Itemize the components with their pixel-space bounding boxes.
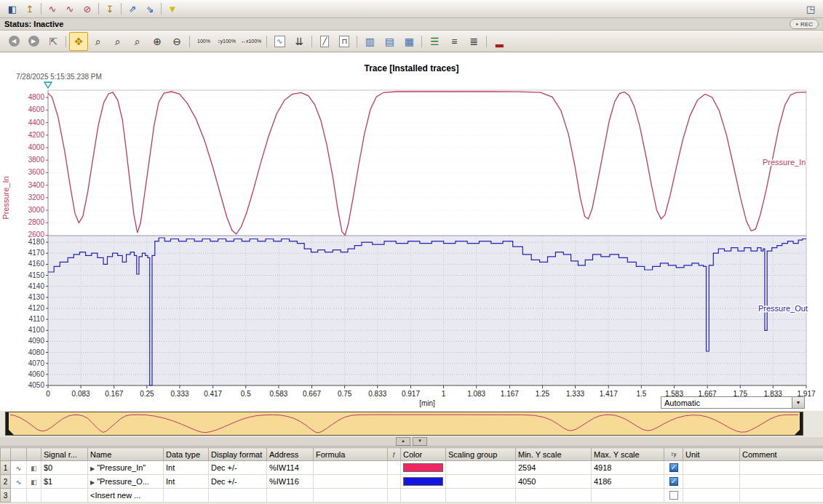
zoom-vertical-icon[interactable]: ⌕ xyxy=(128,32,147,51)
save-measurement-icon[interactable]: ↧ xyxy=(101,1,119,17)
forward-icon[interactable]: ▶ xyxy=(24,32,43,51)
back-icon[interactable]: ◀ xyxy=(4,32,23,51)
zoom-out-icon[interactable]: ⊖ xyxy=(167,32,186,51)
undock-icon[interactable]: ⇱ xyxy=(44,32,63,51)
cell-max-y-scale[interactable]: 4918 xyxy=(592,461,664,475)
detach-pane-icon[interactable]: ◳ xyxy=(802,1,819,17)
cell-comment[interactable] xyxy=(740,475,823,489)
col-header-display-format[interactable]: Display format xyxy=(209,448,267,461)
cell-display-format[interactable]: Dec +/- xyxy=(209,475,267,489)
cell-color[interactable] xyxy=(401,489,446,503)
col-header-name[interactable]: Name xyxy=(88,448,164,461)
signal-row[interactable]: 1∿◧$0▶"Pressure_In"IntDec +/-%IW11425944… xyxy=(1,461,823,475)
cell-min-y-scale[interactable] xyxy=(516,489,592,503)
col-header-unit[interactable]: Unit xyxy=(683,448,740,461)
cell-scaling-group[interactable] xyxy=(446,475,516,489)
overview-window-icon[interactable]: ∿ xyxy=(270,32,289,51)
col-header-min-y-scale[interactable]: Min. Y scale xyxy=(516,448,592,461)
cell-display-format[interactable] xyxy=(209,489,267,503)
cell-max-y-scale[interactable] xyxy=(592,489,664,503)
cell-max-y-scale[interactable]: 4186 xyxy=(592,475,664,489)
collapse-up-button[interactable]: ▲ xyxy=(396,437,410,446)
zoom-select-icon[interactable]: ⌕ xyxy=(89,32,108,51)
row-number[interactable]: 2 xyxy=(1,475,11,489)
cell-formula-flag[interactable] xyxy=(388,475,401,489)
row-number[interactable]: 1 xyxy=(1,461,11,475)
stepped-view-icon[interactable]: ⊓ xyxy=(335,32,354,51)
pan-hand-icon[interactable]: ✥ xyxy=(69,32,88,51)
signal-row[interactable]: 2∿◧$1▶"Pressure_O...IntDec +/-%IW1164050… xyxy=(1,475,823,489)
zoom-y-100-icon[interactable]: ↕y100% xyxy=(215,32,238,51)
col-header-formula[interactable]: Formula xyxy=(314,448,388,461)
filter-icon[interactable]: ▼ xyxy=(164,1,181,17)
legend-icon[interactable]: ☰ xyxy=(425,32,444,51)
cell-data-type[interactable] xyxy=(164,489,209,503)
zoom-in-icon[interactable]: ⊕ xyxy=(148,32,167,51)
cell-min-y-scale[interactable]: 4050 xyxy=(516,475,592,489)
chart-table-icon[interactable]: ▦ xyxy=(399,32,418,51)
collapse-down-button[interactable]: ▼ xyxy=(413,437,427,446)
cell-address[interactable]: %IW114 xyxy=(267,461,314,475)
cell-data-type[interactable]: Int xyxy=(164,475,209,489)
cell-unit[interactable] xyxy=(683,461,740,475)
y-scale-checkbox[interactable] xyxy=(669,491,678,500)
cell-unit[interactable] xyxy=(683,475,740,489)
y-scale-checkbox[interactable] xyxy=(669,463,678,472)
cell-color[interactable] xyxy=(401,461,446,475)
cell-scaling-group[interactable] xyxy=(446,461,516,475)
show-samples-icon[interactable]: ⇊ xyxy=(290,32,309,51)
vertical-bars-icon[interactable]: ▥ xyxy=(360,32,379,51)
auto-scale-column-icon[interactable]: ↕y xyxy=(664,448,683,461)
cell-formula[interactable] xyxy=(314,489,388,503)
cell-address[interactable]: %IW116 xyxy=(267,475,314,489)
x-scale-mode-dropdown[interactable]: Automatic ▼ xyxy=(661,396,805,409)
zoom-100-icon[interactable]: 100% xyxy=(193,32,215,51)
col-header-signal-r[interactable]: Signal r... xyxy=(41,448,88,461)
interpolated-view-icon[interactable]: ╱ xyxy=(315,32,334,51)
cell-signal-ref[interactable] xyxy=(41,489,88,503)
horizontal-bars-icon[interactable]: ▤ xyxy=(380,32,399,51)
row-number[interactable]: 3 xyxy=(1,489,11,503)
cell-comment[interactable] xyxy=(740,461,823,475)
expand-arrow-icon[interactable]: ▶ xyxy=(90,465,95,472)
align-legend-left-icon[interactable]: ≡ xyxy=(445,32,464,51)
cell-formula[interactable] xyxy=(314,461,388,475)
pane-splitter[interactable]: ▲ ▼ xyxy=(0,437,823,447)
cell-unit[interactable] xyxy=(683,489,740,503)
cell-signal-ref[interactable]: $0 xyxy=(41,461,88,475)
cell-name[interactable]: ▶"Pressure_O... xyxy=(88,475,164,489)
col-header-max-y-scale[interactable]: Max. Y scale xyxy=(592,448,664,461)
range-slider-right-icon[interactable] xyxy=(795,427,803,435)
trace-cursor-marker[interactable] xyxy=(44,82,52,88)
formula-indicator-column-icon[interactable]: ƒ xyxy=(388,448,401,461)
col-header-address[interactable]: Address xyxy=(267,448,314,461)
range-slider-left-icon[interactable] xyxy=(6,427,14,435)
cell-comment[interactable] xyxy=(740,489,823,503)
col-header-data-type[interactable]: Data type xyxy=(164,448,209,461)
col-header-scaling-group[interactable]: Scaling group xyxy=(446,448,516,461)
cell-y-scaled[interactable] xyxy=(664,489,683,503)
col-header-color[interactable]: Color xyxy=(401,448,446,461)
cell-min-y-scale[interactable]: 2594 xyxy=(516,461,592,475)
cell-formula-flag[interactable] xyxy=(388,489,401,503)
dropdown-arrow-icon[interactable]: ▼ xyxy=(792,397,804,408)
cell-name[interactable]: <Insert new ... xyxy=(88,489,164,503)
trace-chart[interactable]: 2600280030003200340036003800400042004400… xyxy=(0,52,823,411)
signal-color-swatch[interactable] xyxy=(403,463,443,472)
zoom-horizontal-icon[interactable]: ⌕ xyxy=(108,32,127,51)
zoom-x-100-icon[interactable]: ↔x100% xyxy=(239,32,263,51)
apply-signal-colors-icon[interactable]: ▂ xyxy=(490,32,509,51)
align-legend-right-icon[interactable]: ≣ xyxy=(464,32,483,51)
cell-data-type[interactable]: Int xyxy=(164,461,209,475)
trace-overview-strip[interactable] xyxy=(5,412,803,436)
cell-formula[interactable] xyxy=(314,475,388,489)
cell-y-scaled[interactable] xyxy=(664,475,683,489)
cell-y-scaled[interactable] xyxy=(664,461,683,475)
cell-formula-flag[interactable] xyxy=(388,461,401,475)
copy-trace-icon[interactable]: ∿ xyxy=(61,1,79,17)
cell-address[interactable] xyxy=(267,489,314,503)
download-to-device-icon[interactable]: ⇗ xyxy=(124,1,141,17)
add-trace-icon[interactable]: ∿ xyxy=(44,1,61,17)
cell-name[interactable]: ▶"Pressure_In" xyxy=(88,461,164,475)
upload-from-device-icon[interactable]: ⇘ xyxy=(141,1,159,17)
